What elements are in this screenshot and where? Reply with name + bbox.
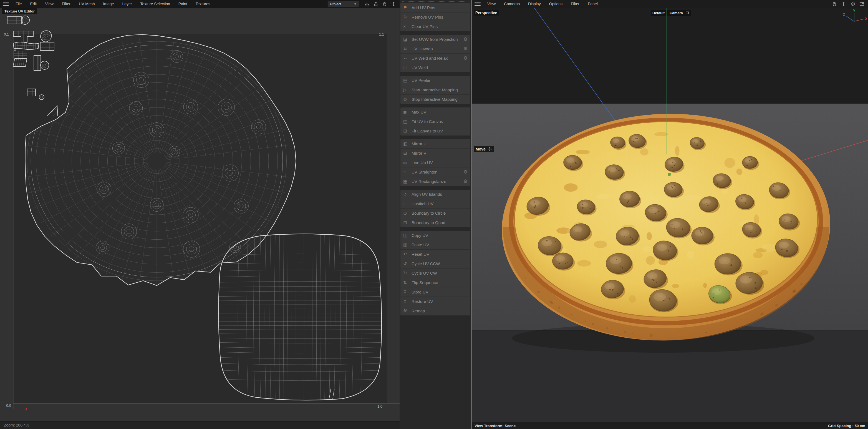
grid-spacing-status: Grid Spacing : 50 cm: [828, 424, 865, 428]
hamburger-menu-icon[interactable]: [474, 2, 480, 6]
tool-item-set-uvw-from-projection[interactable]: ◪Set UVW from Projection⚙: [400, 35, 470, 44]
menu-filter[interactable]: Filter: [567, 2, 584, 6]
project-dropdown[interactable]: Project ▼: [328, 1, 359, 7]
tool-item-add-uv-pins[interactable]: ⚑Add UV Pins: [400, 3, 470, 12]
straighten-icon: ≡: [403, 170, 411, 175]
tool-item-label: Stop Interactive Mapping: [411, 97, 458, 102]
paste-uv-icon: ▥: [403, 242, 411, 248]
vertical-pan-icon[interactable]: [391, 1, 396, 7]
hand-icon[interactable]: [382, 1, 388, 7]
tearoff-handle[interactable]: [402, 1, 468, 2]
uv-tool-group: ◧Mirror U⊟Mirror V▭Line Up UV≡UV Straigh…: [400, 139, 470, 186]
tool-item-fit-canvas-to-uv[interactable]: ⊞Fit Canvas to UV: [400, 126, 470, 136]
camera-label[interactable]: Default Camera: [651, 10, 691, 16]
tool-item-reset-uv[interactable]: ↶Reset UV: [400, 249, 470, 259]
tool-item-restore-uv[interactable]: ↥Restore UV: [400, 296, 470, 306]
maximize-icon[interactable]: [859, 1, 865, 7]
tool-item-max-uv[interactable]: ▣Max UV: [400, 108, 470, 117]
camera-label-part1: Default: [651, 10, 666, 16]
menu-cameras[interactable]: Cameras: [500, 2, 524, 6]
tool-item-label: Remove UV Pins: [411, 15, 443, 20]
store-uv-icon: ↧: [403, 289, 411, 295]
tool-item-remap[interactable]: ⚒Remap...: [400, 306, 470, 315]
boundary-circle-icon: ⊙: [403, 210, 411, 216]
histogram-icon[interactable]: [364, 1, 370, 7]
uv-corner-label-00: 0,0: [6, 403, 11, 408]
orbit-icon[interactable]: [850, 1, 856, 7]
tool-item-label: Copy UV: [411, 233, 428, 238]
tool-item-fit-uv-to-canvas[interactable]: ◰Fit UV to Canvas: [400, 117, 470, 126]
clear-pins-icon: ×: [403, 24, 411, 29]
tool-item-uv-rectangularize[interactable]: ▦UV Rectangularize⚙: [400, 177, 470, 186]
tool-item-mirror-v[interactable]: ⊟Mirror V: [400, 148, 470, 158]
gear-icon[interactable]: ⚙: [463, 46, 468, 52]
active-tool-text: Move: [476, 147, 486, 151]
menu-view[interactable]: View: [483, 2, 500, 6]
scene-view[interactable]: Perspective Default Camera Move Y Z: [472, 8, 868, 422]
menu-texture-selection[interactable]: Texture Selection: [136, 2, 174, 6]
hamburger-menu-icon[interactable]: [3, 2, 9, 6]
tool-item-uv-weld[interactable]: ⊔UV Weld: [400, 63, 470, 72]
tool-item-stop-interactive-mapping[interactable]: ⊘Stop Interactive Mapping: [400, 94, 470, 104]
menu-textures[interactable]: Textures: [191, 2, 215, 6]
camera-swap-icon: [686, 11, 690, 15]
tool-item-start-interactive-mapping[interactable]: ▷Start Interactive Mapping: [400, 85, 470, 94]
menu-options[interactable]: Options: [545, 2, 567, 6]
project-dropdown-label: Project: [330, 2, 341, 6]
tool-item-label: Set UVW from Projection: [411, 37, 458, 41]
tool-item-copy-uv[interactable]: ◫Copy UV: [400, 231, 470, 240]
tool-item-store-uv[interactable]: ↧Store UV: [400, 287, 470, 296]
menu-file[interactable]: File: [11, 2, 26, 6]
vertical-pan-icon[interactable]: [841, 1, 846, 7]
menu-image[interactable]: Image: [99, 2, 118, 6]
tool-item-uv-unwrap[interactable]: ≋UV Unwrap⚙: [400, 44, 470, 53]
pin-remove-icon: ⚐: [403, 15, 411, 20]
menu-edit[interactable]: Edit: [26, 2, 41, 6]
uv-tool-group: ▣Max UV◰Fit UV to Canvas⊞Fit Canvas to U…: [400, 108, 470, 136]
weld-relax-icon: ∽: [403, 56, 411, 61]
remap-icon: ⚒: [403, 308, 411, 314]
menu-uv-mesh[interactable]: UV Mesh: [75, 2, 99, 6]
tool-item-boundary-to-quad[interactable]: ⊡Boundary to Quad: [400, 218, 470, 227]
tool-item-boundary-to-circle[interactable]: ⊙Boundary to Circle: [400, 208, 470, 218]
gear-icon[interactable]: ⚙: [463, 55, 468, 61]
move-cross-icon: [488, 147, 492, 151]
menu-panel[interactable]: Panel: [584, 2, 602, 6]
tool-item-remove-uv-pins[interactable]: ⚐Remove UV Pins: [400, 12, 470, 22]
gear-icon[interactable]: ⚙: [463, 169, 468, 175]
fit-uv-to-canvas-icon: ◰: [403, 119, 411, 124]
tool-item-unstitch-uv[interactable]: ≀Unstitch UV: [400, 199, 470, 208]
gizmo-z-label: Z: [843, 12, 845, 17]
gear-icon[interactable]: ⚙: [463, 36, 468, 42]
pin-add-icon: ⚑: [403, 5, 411, 10]
uv-wireframe-canvas: [0, 8, 400, 421]
tool-item-uv-weld-and-relax[interactable]: ∽UV Weld and Relax⚙: [400, 53, 470, 63]
menu-layer[interactable]: Layer: [118, 2, 136, 6]
tool-item-align-uv-islands[interactable]: ↺Align UV Islands: [400, 190, 470, 199]
tool-item-label: Max UV: [411, 110, 426, 114]
tool-item-label: Remap...: [411, 309, 429, 313]
projection-icon: ◪: [403, 37, 411, 42]
tool-item-paste-uv[interactable]: ▥Paste UV: [400, 240, 470, 249]
menu-paint[interactable]: Paint: [174, 2, 191, 6]
mirror-u-icon: ◧: [403, 141, 411, 146]
copy-uv-icon: ◫: [403, 233, 411, 238]
menu-display[interactable]: Display: [524, 2, 545, 6]
tool-item-clear-uv-pins[interactable]: ×Clear UV Pins: [400, 22, 470, 31]
tool-item-uv-peeler[interactable]: ▤UV Peeler: [400, 76, 470, 85]
uv-tool-group: ▤UV Peeler▷Start Interactive Mapping⊘Sto…: [400, 76, 470, 104]
tool-item-uv-straighten[interactable]: ≡UV Straighten⚙: [400, 167, 470, 177]
stop-icon: ⊘: [403, 97, 411, 102]
tool-item-line-up-uv[interactable]: ▭Line Up UV: [400, 158, 470, 167]
gear-icon[interactable]: ⚙: [463, 178, 468, 184]
menu-filter[interactable]: Filter: [58, 2, 75, 6]
tool-item-cycle-uv-cw[interactable]: ↻Cycle UV CW: [400, 268, 470, 278]
uv-canvas[interactable]: 0,1 1,1 0,0 1,0 U: [0, 8, 400, 421]
menu-view[interactable]: View: [41, 2, 58, 6]
tool-item-mirror-u[interactable]: ◧Mirror U: [400, 139, 470, 148]
lock-icon[interactable]: [373, 1, 378, 7]
tool-item-cycle-uv-ccw[interactable]: ↺Cycle UV CCW: [400, 259, 470, 268]
hand-icon[interactable]: [832, 1, 837, 7]
uv-corner-label-10: 1,0: [377, 404, 382, 408]
tool-item-flip-sequence[interactable]: ⇅Flip Sequence: [400, 278, 470, 287]
